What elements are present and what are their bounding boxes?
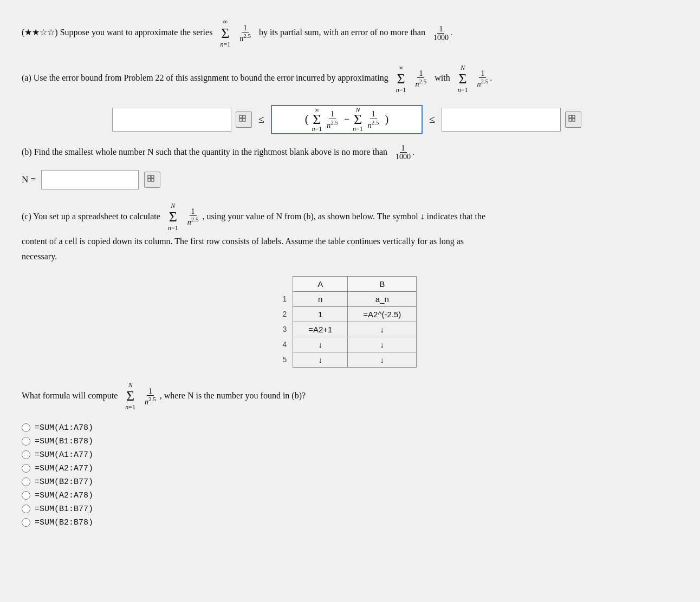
radio-label-1: =SUM(B1:B78) [35, 437, 93, 446]
part-a-sigma1: ∞ Σ n=1 [396, 62, 406, 95]
page: (★★☆☆) Suppose you want to approximate t… [22, 16, 672, 527]
radio-option-1[interactable]: =SUM(B1:B78) [22, 437, 672, 446]
formula-sigma: N Σ n=1 [125, 379, 135, 414]
row-num-4: 4 [277, 337, 293, 352]
main-series-frac: 1 n2.5 [238, 24, 252, 43]
spreadsheet-corner [277, 276, 293, 291]
cell-a-3: =A2+1 [293, 322, 348, 337]
radio-input-7[interactable] [22, 518, 30, 527]
part-c-sigma: N Σ n=1 [168, 200, 178, 234]
expr-sigma2: N Σ n=1 [353, 106, 363, 133]
svg-rect-2 [239, 119, 242, 121]
cell-a-4: ↓ [293, 337, 348, 352]
spreadsheet-body: 1na_n21=A2^(-2.5)3=A2+1↓4↓↓5↓↓ [277, 291, 417, 367]
expr-frac1: 1 n2.5 [325, 110, 340, 129]
radio-option-6[interactable]: =SUM(B1:B77) [22, 505, 672, 514]
svg-rect-6 [569, 119, 572, 121]
difficulty-label: (★★☆☆) [22, 28, 58, 37]
radio-input-4[interactable] [22, 477, 30, 486]
cell-b-5: ↓ [348, 352, 417, 367]
radio-label-6: =SUM(B1:B77) [35, 505, 93, 514]
part-a-right-grid-icon[interactable] [565, 112, 581, 128]
radio-option-2[interactable]: =SUM(A1:A77) [22, 450, 672, 460]
spreadsheet-row-3: 3=A2+1↓ [277, 322, 417, 337]
radio-label-2: =SUM(A1:A77) [35, 450, 93, 460]
cell-b-3: ↓ [348, 322, 417, 337]
cell-b-1: a_n [348, 291, 417, 306]
series-desc: by its partial sum, with an error of no … [259, 28, 425, 37]
svg-rect-1 [243, 115, 245, 118]
part-a-frac1: 1 n2.5 [414, 69, 429, 88]
part-a-left-input[interactable] [112, 108, 231, 132]
formula-question: What formula will compute N Σ n=1 1 n2.5… [22, 379, 672, 414]
svg-rect-9 [151, 175, 154, 178]
radio-option-5[interactable]: =SUM(A2:A78) [22, 491, 672, 500]
radio-input-1[interactable] [22, 437, 30, 446]
header-text: Suppose you want to approximate the seri… [60, 28, 213, 37]
svg-rect-0 [239, 115, 242, 118]
radio-option-3[interactable]: =SUM(A2:A77) [22, 464, 672, 473]
radio-label-0: =SUM(A1:A78) [35, 423, 93, 433]
row-num-3: 3 [277, 322, 293, 337]
part-a-sigma2: N Σ n=1 [458, 62, 468, 95]
row-num-2: 2 [277, 306, 293, 322]
radio-label-5: =SUM(A2:A78) [35, 491, 93, 500]
spreadsheet-row-2: 21=A2^(-2.5) [277, 306, 417, 322]
row-num-5: 5 [277, 352, 293, 367]
leq-left: ≤ [256, 113, 267, 126]
problem-header: (★★☆☆) Suppose you want to approximate t… [22, 16, 672, 50]
svg-rect-8 [148, 175, 151, 178]
spreadsheet-row-5: 5↓↓ [277, 352, 417, 367]
cell-a-5: ↓ [293, 352, 348, 367]
cell-a-2: 1 [293, 306, 348, 322]
n-input[interactable] [41, 170, 139, 189]
svg-rect-11 [151, 179, 154, 181]
part-a-label: (a) Use the error bound from Problem 22 … [22, 62, 672, 95]
radio-label-3: =SUM(A2:A77) [35, 464, 93, 473]
row-num-1: 1 [277, 291, 293, 306]
spreadsheet-row-4: 4↓↓ [277, 337, 417, 352]
n-equals-label: N = [22, 174, 36, 185]
cell-b-4: ↓ [348, 337, 417, 352]
spreadsheet-row-1: 1na_n [277, 291, 417, 306]
radio-options-container: =SUM(A1:A78)=SUM(B1:B78)=SUM(A1:A77)=SUM… [22, 423, 672, 527]
part-a-right-input[interactable] [442, 108, 561, 132]
part-a-frac2: 1 n2.5 [476, 69, 490, 88]
svg-rect-10 [148, 179, 151, 181]
svg-rect-7 [572, 119, 575, 121]
svg-rect-4 [569, 115, 572, 118]
col-a-header: A [293, 276, 348, 291]
svg-rect-3 [243, 119, 245, 121]
spreadsheet-header-row: A B [277, 276, 417, 291]
formula-frac: 1 n2.5 [143, 387, 158, 406]
main-series-sigma: ∞ Σ n=1 [220, 16, 230, 50]
radio-input-6[interactable] [22, 505, 30, 513]
radio-input-3[interactable] [22, 464, 30, 473]
radio-label-4: =SUM(B2:B77) [35, 477, 93, 487]
cell-b-2: =A2^(-2.5) [348, 306, 417, 322]
radio-input-5[interactable] [22, 491, 30, 500]
part-a-expression-box: ( ∞ Σ n=1 1 n2.5 − N Σ n=1 1 n2.5 ) [271, 105, 423, 134]
expr-frac2: 1 n2.5 [366, 110, 381, 129]
leq-right: ≤ [427, 113, 437, 126]
col-b-header: B [348, 276, 417, 291]
radio-input-0[interactable] [22, 423, 30, 432]
part-c-text: (c) You set up a spreadsheet to calculat… [22, 200, 672, 264]
part-b-answer-row: N = [22, 170, 672, 189]
spreadsheet-table: A B 1na_n21=A2^(-2.5)3=A2+1↓4↓↓5↓↓ [277, 276, 417, 368]
part-b-label: (b) Find the smallest whole number N suc… [22, 144, 672, 161]
cell-a-1: n [293, 291, 348, 306]
part-b-grid-icon[interactable] [144, 172, 160, 188]
radio-option-0[interactable]: =SUM(A1:A78) [22, 423, 672, 433]
spreadsheet-wrapper: A B 1na_n21=A2^(-2.5)3=A2+1↓4↓↓5↓↓ [22, 276, 672, 368]
radio-label-7: =SUM(B2:B78) [35, 518, 93, 527]
radio-option-7[interactable]: =SUM(B2:B78) [22, 518, 672, 527]
radio-input-2[interactable] [22, 450, 30, 459]
part-a-left-grid-icon[interactable] [236, 112, 252, 128]
error-limit-frac: 1 1000 [432, 25, 450, 42]
part-c-frac: 1 n2.5 [186, 207, 200, 226]
part-a-answer-row: ≤ ( ∞ Σ n=1 1 n2.5 − N Σ n=1 1 n2.5 [22, 105, 672, 134]
radio-option-4[interactable]: =SUM(B2:B77) [22, 477, 672, 487]
part-b-frac: 1 1000 [394, 144, 412, 161]
svg-rect-5 [572, 115, 575, 118]
